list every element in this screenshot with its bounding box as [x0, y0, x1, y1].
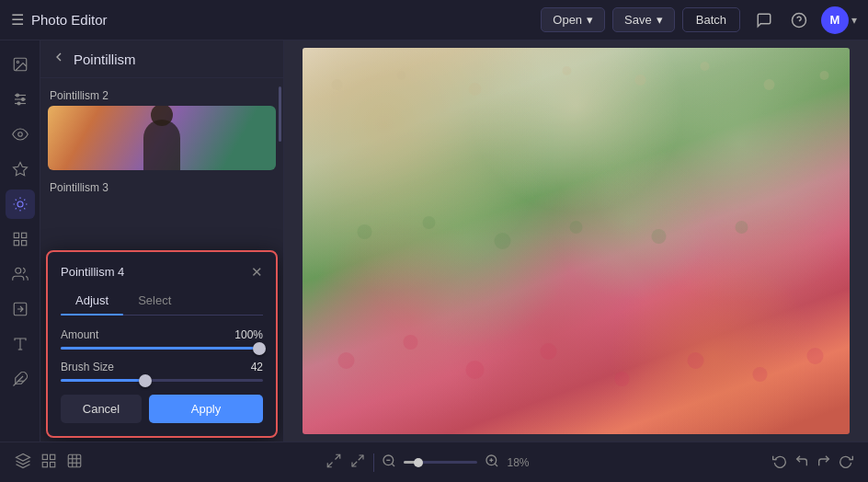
tab-select[interactable]: Select: [123, 290, 186, 315]
history-icon[interactable]: [839, 453, 853, 471]
svg-point-44: [807, 348, 824, 364]
sidebar-item-effects[interactable]: [6, 155, 35, 184]
zoom-thumb[interactable]: [414, 458, 423, 467]
filter-label: Pointillism 3: [48, 181, 276, 194]
sidebar-item-text[interactable]: [6, 329, 35, 359]
svg-point-26: [563, 66, 572, 75]
zoom-out-icon[interactable]: [382, 453, 396, 471]
open-button[interactable]: Open ▾: [541, 7, 605, 32]
brush-size-slider[interactable]: [61, 379, 263, 382]
avatar: M: [821, 6, 849, 34]
amount-value: 100%: [234, 328, 263, 341]
redo-icon[interactable]: [817, 453, 831, 471]
scroll-indicator: [279, 86, 281, 142]
list-item[interactable]: Pointillism 2: [48, 87, 276, 172]
svg-rect-15: [14, 241, 18, 246]
svg-point-41: [615, 372, 630, 386]
canvas-viewport[interactable]: [284, 40, 868, 442]
zoom-value: 18%: [507, 456, 529, 469]
svg-point-3: [17, 61, 18, 63]
sidebar-header: Pointillism: [40, 40, 283, 78]
svg-line-63: [496, 464, 498, 466]
svg-rect-14: [21, 233, 26, 237]
apply-button[interactable]: Apply: [149, 395, 263, 423]
zoom-slider[interactable]: [404, 461, 477, 464]
sidebar-item-plugin[interactable]: [6, 364, 35, 394]
topbar-right: M ▾: [751, 6, 857, 34]
app-title: Photo Editor: [31, 12, 108, 28]
svg-point-24: [397, 71, 406, 80]
tile-bottom-icon[interactable]: [66, 453, 83, 472]
svg-point-9: [17, 102, 20, 105]
sidebar-item-export[interactable]: [6, 294, 35, 324]
svg-point-37: [338, 352, 355, 369]
svg-point-34: [570, 221, 583, 234]
svg-point-40: [541, 343, 557, 360]
modal-close-button[interactable]: ✕: [251, 265, 263, 279]
brush-size-slider-fill: [61, 379, 145, 382]
cancel-button[interactable]: Cancel: [61, 395, 142, 423]
svg-rect-50: [68, 454, 81, 467]
sidebar-panel-title: Pointillism: [74, 52, 136, 67]
brush-size-slider-thumb[interactable]: [139, 374, 152, 387]
svg-rect-47: [51, 454, 55, 459]
amount-slider-thumb[interactable]: [253, 342, 266, 355]
amount-slider-row: Amount 100%: [61, 328, 263, 350]
topbar-center: Open ▾ Save ▾ Batch: [541, 7, 740, 32]
bottom-center: 18%: [326, 453, 529, 472]
grid-bottom-icon[interactable]: [40, 453, 57, 472]
svg-rect-49: [51, 463, 55, 467]
svg-line-58: [359, 455, 363, 460]
canvas-image: [303, 48, 850, 434]
filter-modal: Pointillism 4 ✕ Adjust Select Amount 100…: [46, 250, 278, 438]
help-icon[interactable]: [786, 7, 812, 33]
svg-rect-48: [42, 463, 47, 467]
svg-line-55: [336, 454, 340, 459]
filter-label: Pointillism 2: [48, 89, 276, 102]
chat-icon[interactable]: [751, 7, 777, 33]
fit-icon[interactable]: [326, 453, 342, 472]
sidebar-item-image[interactable]: [6, 50, 35, 79]
list-item[interactable]: Pointillism 3: [48, 179, 276, 196]
brush-size-label: Brush Size: [61, 361, 114, 373]
svg-point-38: [404, 335, 418, 350]
topbar-left: ☰ Photo Editor: [11, 11, 530, 29]
zoom-in-icon[interactable]: [485, 453, 499, 471]
reset-icon[interactable]: [772, 453, 787, 471]
svg-point-8: [21, 98, 24, 101]
sidebar-item-filter[interactable]: [6, 189, 35, 219]
svg-point-39: [466, 361, 485, 379]
svg-point-29: [764, 79, 775, 90]
sidebar-item-adjustments[interactable]: [6, 85, 35, 114]
modal-title: Pointillism 4: [61, 265, 124, 279]
save-button[interactable]: Save ▾: [612, 7, 675, 32]
menu-icon[interactable]: ☰: [11, 11, 24, 29]
modal-header: Pointillism 4 ✕: [61, 265, 263, 279]
layers-bottom-icon[interactable]: [15, 453, 31, 472]
amount-slider[interactable]: [61, 347, 263, 350]
sidebar-item-layers[interactable]: [6, 224, 35, 254]
svg-point-28: [701, 62, 710, 71]
icon-bar: [0, 40, 40, 442]
svg-point-43: [753, 367, 768, 382]
svg-marker-45: [17, 454, 30, 462]
brush-size-value: 42: [251, 361, 263, 373]
sidebar-item-people[interactable]: [6, 259, 35, 289]
svg-point-33: [495, 233, 511, 249]
amount-slider-fill: [61, 347, 259, 350]
expand-icon[interactable]: [349, 453, 366, 472]
batch-button[interactable]: Batch: [682, 7, 740, 32]
svg-rect-46: [42, 454, 47, 459]
svg-point-31: [358, 224, 372, 239]
bottom-bar: 18%: [0, 442, 868, 482]
user-menu[interactable]: M ▾: [821, 6, 857, 34]
undo-icon[interactable]: [794, 453, 809, 471]
tab-adjust[interactable]: Adjust: [61, 290, 123, 315]
sidebar-item-eye[interactable]: [6, 120, 35, 149]
svg-point-27: [635, 75, 646, 86]
sidebar-content: Pointillism 2 Pointillism 3 Pointillism …: [40, 78, 283, 442]
bottom-left: [15, 453, 83, 472]
svg-point-25: [469, 83, 482, 96]
back-button[interactable]: [51, 50, 66, 68]
svg-point-36: [736, 221, 748, 234]
